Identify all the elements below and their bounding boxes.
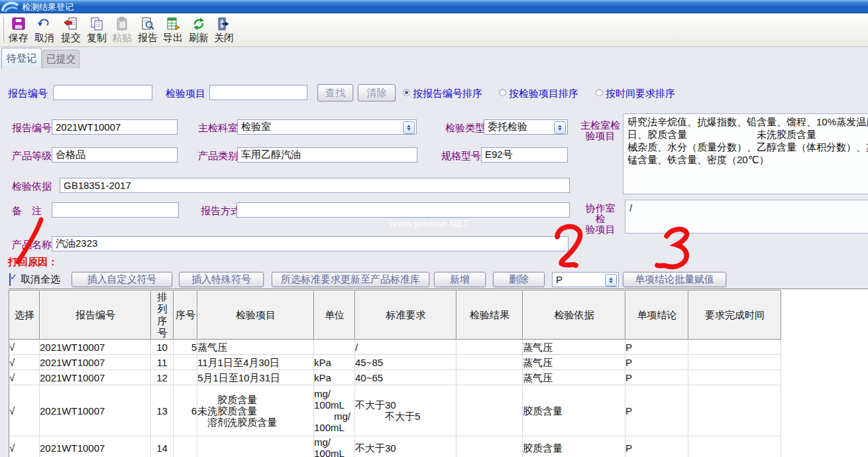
cell-seq[interactable]: 6 (174, 385, 197, 436)
dropdown-spinner-icon[interactable] (403, 121, 415, 134)
cell-report-no[interactable]: 2021WT10007 (40, 355, 151, 370)
cell-result[interactable] (457, 340, 523, 355)
cell-unit[interactable] (314, 340, 355, 355)
dropdown-spinner-icon[interactable] (554, 121, 566, 134)
cell-order[interactable]: 14 (151, 436, 174, 457)
uncheck-all-checkbox[interactable] (9, 273, 11, 286)
add-button[interactable]: 新增 (434, 272, 486, 287)
cell-unit[interactable]: kPa (314, 355, 355, 370)
cell-std[interactable]: 不大于30 不大于5 (355, 385, 457, 436)
tab-submitted[interactable]: 已提交 (42, 50, 80, 68)
cell-unit[interactable]: mg/ 100mL mg/ 100mL (314, 385, 355, 436)
main-items-textarea[interactable]: 研究法辛烷值、抗爆指数、铅含量、馏程、10%蒸发温度、50%蒸 日、胶质含量 未… (623, 113, 868, 194)
cell-basis[interactable]: 蒸气压 (523, 340, 625, 355)
cell-order[interactable]: 10 (151, 340, 174, 355)
dropdown-spinner-icon[interactable] (605, 274, 617, 287)
copy-button[interactable]: 复制 (83, 16, 110, 46)
cell-due[interactable] (688, 340, 781, 355)
clear-button[interactable]: 清除 (358, 84, 396, 101)
search-item-input[interactable] (209, 85, 307, 100)
grade-input[interactable] (52, 147, 178, 163)
radio-sort-by-report-no[interactable] (403, 89, 410, 96)
coop-items-textarea[interactable]: / (625, 200, 868, 233)
cell-due[interactable] (688, 385, 781, 436)
cell-report-no[interactable]: 2021WT10007 (40, 436, 151, 457)
table-row[interactable]: √ 2021WT10007 11 11月1日至4月30日 kPa 45~85 蒸… (9, 355, 781, 370)
cell-conclusion[interactable]: P (625, 355, 688, 370)
cell-report-no[interactable]: 2021WT10007 (40, 385, 151, 436)
cell-conclusion[interactable]: P (625, 385, 688, 436)
cell-check[interactable]: √ (9, 385, 40, 436)
remark-input[interactable] (52, 202, 179, 218)
table-row[interactable]: √ 2021WT10007 13 6 胶质含量 未洗胶质含量 溶剂洗胶质含量 m… (9, 385, 781, 436)
conclusion-select[interactable]: P (552, 272, 619, 287)
insert-special-symbol-button[interactable]: 插入特殊符号 (179, 272, 264, 287)
cell-item[interactable]: 11月1日至4月30日 (197, 355, 314, 370)
product-name-input[interactable] (52, 236, 569, 251)
cell-std[interactable]: 45~85 (355, 355, 457, 370)
cell-order[interactable]: 12 (151, 370, 174, 385)
cell-seq[interactable] (174, 355, 197, 370)
search-report-no-input[interactable] (53, 85, 152, 100)
cell-check[interactable]: √ (9, 436, 40, 457)
cell-seq[interactable] (174, 436, 197, 457)
cell-conclusion[interactable]: P (625, 436, 688, 457)
report-method-input[interactable] (237, 202, 570, 218)
refresh-button[interactable]: 刷新 (186, 16, 212, 46)
cell-seq[interactable]: 5 (174, 340, 197, 355)
batch-assign-button[interactable]: 单项结论批量赋值 (623, 272, 726, 287)
delete-button[interactable]: 删除 (493, 272, 545, 287)
report-no-input[interactable] (52, 119, 178, 135)
insert-custom-symbol-button[interactable]: 插入自定义符号 (72, 272, 172, 287)
cell-conclusion[interactable]: P (625, 340, 688, 355)
cell-basis[interactable]: 胶质含量 (523, 385, 625, 436)
cell-due[interactable] (688, 436, 781, 457)
cell-seq[interactable] (174, 370, 197, 385)
export-button[interactable]: 导出 (160, 16, 186, 46)
cell-basis[interactable]: 蒸气压 (523, 370, 625, 385)
update-standard-button[interactable]: 所选标准要求更新至产品标准库 (272, 272, 429, 287)
cell-result[interactable] (457, 355, 523, 370)
cell-order[interactable]: 11 (151, 355, 174, 370)
close-button[interactable]: 关闭 (211, 16, 237, 46)
cell-result[interactable] (457, 385, 523, 436)
table-row[interactable]: √ 2021WT10007 10 5 蒸气压 / 蒸气压 P (9, 340, 781, 355)
cell-due[interactable] (688, 370, 781, 385)
radio-sort-by-item[interactable] (499, 89, 506, 96)
radio-sort-by-time[interactable] (596, 89, 603, 96)
cell-conclusion[interactable]: P (625, 370, 688, 385)
cell-unit[interactable]: mg/ 100mL (314, 436, 355, 457)
cell-result[interactable] (457, 436, 523, 457)
cell-result[interactable] (457, 370, 523, 385)
report-button[interactable]: 报告 (135, 16, 161, 46)
cell-check[interactable]: √ (9, 355, 40, 370)
cell-std[interactable]: 40~65 (355, 370, 457, 385)
table-row[interactable]: √ 2021WT10007 14 mg/ 100mL 不大于30 胶质含量 P (9, 436, 781, 457)
cell-std[interactable]: / (355, 340, 457, 355)
cancel-button[interactable]: 取消 (31, 16, 58, 46)
save-button[interactable]: 保存 (5, 16, 32, 46)
category-input[interactable] (237, 147, 417, 163)
main-dept-select[interactable]: 检验室 (237, 119, 417, 135)
cell-check[interactable]: √ (9, 340, 40, 355)
cell-item[interactable]: 胶质含量 未洗胶质含量 溶剂洗胶质含量 (197, 385, 314, 436)
cell-report-no[interactable]: 2021WT10007 (40, 340, 151, 355)
cell-due[interactable] (688, 355, 781, 370)
tab-pending[interactable]: 待登记 (1, 48, 42, 68)
cell-basis[interactable]: 蒸气压 (523, 355, 625, 370)
cell-std[interactable]: 不大于30 (355, 436, 457, 457)
table-row[interactable]: √ 2021WT10007 12 5月1日至10月31日 kPa 40~65 蒸… (9, 370, 781, 385)
cell-item[interactable]: 蒸气压 (197, 340, 314, 355)
cell-order[interactable]: 13 (151, 385, 174, 436)
cell-unit[interactable]: kPa (314, 370, 355, 385)
cell-item[interactable]: 5月1日至10月31日 (197, 370, 314, 385)
test-type-select[interactable]: 委托检验 (484, 119, 568, 135)
find-button[interactable]: 查找 (317, 84, 353, 101)
spec-input[interactable] (481, 147, 568, 163)
cell-item[interactable] (197, 436, 314, 457)
submit-button[interactable]: 提交 (58, 16, 84, 46)
basis-input[interactable] (60, 178, 570, 193)
cell-check[interactable]: √ (9, 370, 40, 385)
cell-report-no[interactable]: 2021WT10007 (40, 370, 151, 385)
cell-basis[interactable]: 胶质含量 (523, 436, 625, 457)
